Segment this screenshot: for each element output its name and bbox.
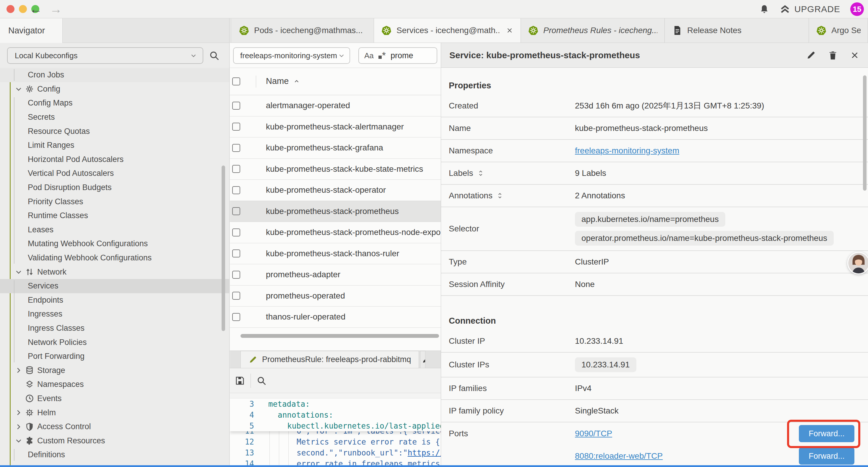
sidebar-item-secrets[interactable]: Secrets — [0, 110, 229, 124]
sidebar-group-access-control[interactable]: Access Control — [0, 420, 229, 434]
service-name: prometheus-adapter — [266, 270, 340, 279]
port-link[interactable]: 9090/TCP — [575, 429, 612, 438]
sidebar-item-validating-webhook-configurations[interactable]: Validating Webhook Configurations — [0, 251, 229, 265]
row-checkbox[interactable] — [232, 271, 240, 279]
row-checkbox[interactable] — [232, 207, 240, 215]
detail-row-label: Annotations — [449, 191, 575, 200]
sidebar-item-label: Secrets — [28, 113, 55, 122]
sidebar-item-vertical-pod-autoscalers[interactable]: Vertical Pod Autoscalers — [0, 167, 229, 181]
service-row[interactable]: thanos-ruler-operated — [230, 307, 441, 328]
row-checkbox[interactable] — [232, 165, 240, 173]
yaml-editor[interactable]: 3 metadata: 4 annotations: 5 kubectl.kub… — [230, 393, 441, 467]
close-tab-icon[interactable] — [506, 27, 514, 34]
port-row: 9090/TCP Forward... — [575, 422, 868, 445]
sidebar-group-custom-resources[interactable]: Custom Resources — [0, 434, 229, 448]
row-checkbox[interactable] — [232, 123, 240, 130]
sidebar-item-config-maps[interactable]: Config Maps — [0, 96, 229, 110]
row-checkbox[interactable] — [232, 102, 240, 110]
expand-collapse-icon[interactable] — [477, 169, 485, 177]
trash-icon[interactable] — [828, 50, 838, 60]
match-case-toggle[interactable]: Aa — [364, 51, 374, 60]
service-row[interactable]: kube-prometheus-stack-kube-state-metrics — [230, 159, 441, 180]
sidebar-item-definitions[interactable]: Definitions — [0, 448, 229, 462]
sidebar-item-network-policies[interactable]: Network Policies — [0, 335, 229, 349]
tab-services[interactable]: Services - icecheng@math... — [374, 18, 521, 42]
sidebar-group-storage[interactable]: Storage — [0, 363, 229, 377]
sidebar-item-priority-classes[interactable]: Priority Classes — [0, 195, 229, 209]
sidebar-item-port-forwarding[interactable]: Port Forwarding — [0, 349, 229, 363]
sidebar-item-resource-quotas[interactable]: Resource Quotas — [0, 124, 229, 138]
sidebar-group-events[interactable]: Events — [0, 391, 229, 406]
row-checkbox[interactable] — [232, 250, 240, 258]
row-checkbox[interactable] — [232, 144, 240, 152]
service-row[interactable]: kube-prometheus-stack-grafana — [230, 138, 441, 159]
search-icon[interactable] — [256, 375, 267, 386]
editor-tab[interactable]: PrometheusRule: freeleaps-prod-rabbitmq — [241, 351, 419, 368]
sidebar-item-pod-disruption-budgets[interactable]: Pod Disruption Budgets — [0, 181, 229, 195]
service-row[interactable]: kube-prometheus-stack-prometheus-node-ex… — [230, 222, 441, 243]
row-checkbox[interactable] — [232, 313, 240, 321]
service-row[interactable]: kube-prometheus-stack-prometheus — [230, 201, 441, 222]
detail-row-value: kube-prometheus-stack-prometheus — [575, 123, 708, 133]
notification-badge[interactable]: 15 — [850, 2, 864, 16]
sidebar-group-network[interactable]: Network — [0, 265, 229, 279]
sort-ascending-icon — [293, 78, 301, 85]
service-row[interactable]: kube-prometheus-stack-alertmanager — [230, 116, 441, 138]
sidebar-item-ingress-classes[interactable]: Ingress Classes — [0, 321, 229, 335]
tab-navigator[interactable]: Navigator — [0, 18, 63, 43]
kubeconfig-selector[interactable]: Local Kubeconfigs — [7, 47, 203, 64]
horizontal-scrollbar[interactable] — [241, 334, 439, 338]
port-link[interactable]: 8080:reloader-web/TCP — [575, 451, 663, 461]
sidebar-item-runtime-classes[interactable]: Runtime Classes — [0, 209, 229, 223]
row-checkbox[interactable] — [232, 292, 240, 300]
row-checkbox[interactable] — [232, 229, 240, 236]
forward-icon[interactable]: → — [50, 2, 62, 16]
tab-argo[interactable]: Argo Se — [809, 18, 868, 42]
sidebar-item-cron-jobs[interactable]: Cron Jobs — [0, 68, 229, 82]
edit-icon[interactable] — [806, 50, 816, 60]
save-icon[interactable] — [235, 375, 245, 386]
bell-icon[interactable] — [759, 4, 770, 14]
sidebar-item-services[interactable]: Services — [0, 279, 229, 293]
regex-toggle-icon[interactable]: * — [378, 52, 386, 59]
sidebar-item-label: Helm — [37, 408, 56, 417]
sidebar-item-limit-ranges[interactable]: Limit Ranges — [0, 138, 229, 152]
sidebar-item-endpoints[interactable]: Endpoints — [0, 293, 229, 308]
tab-pods[interactable]: Pods - icecheng@mathmas... — [231, 18, 374, 42]
editor-tab-partial[interactable] — [420, 351, 426, 368]
filter-input[interactable]: Aa * prome — [359, 47, 437, 64]
detail-row-name: Name kube-prometheus-stack-prometheus — [441, 117, 868, 140]
sidebar-scrollbar[interactable] — [222, 166, 225, 331]
sidebar-item-mutating-webhook-configurations[interactable]: Mutating Webhook Configurations — [0, 237, 229, 251]
name-column-header[interactable]: Name — [266, 76, 301, 86]
close-window-button[interactable] — [6, 5, 14, 13]
sidebar-group-namespaces[interactable]: Namespaces — [0, 377, 229, 391]
search-icon[interactable] — [209, 50, 220, 61]
service-row[interactable]: prometheus-adapter — [230, 264, 441, 286]
code-link[interactable]: https://nete — [408, 448, 441, 457]
forward-button[interactable]: Forward... — [799, 447, 855, 465]
avatar[interactable] — [847, 252, 868, 274]
service-row[interactable]: alertmanager-operated — [230, 95, 441, 116]
sidebar-item-label: Custom Resources — [37, 436, 105, 445]
row-checkbox[interactable] — [232, 186, 240, 194]
select-all-checkbox[interactable] — [232, 78, 240, 85]
service-row[interactable]: kube-prometheus-stack-thanos-ruler — [230, 243, 441, 265]
service-row[interactable]: kube-prometheus-stack-operator — [230, 180, 441, 201]
back-icon[interactable]: ← — [30, 2, 42, 16]
sidebar-group-config[interactable]: Config — [0, 82, 229, 96]
minimize-window-button[interactable] — [19, 5, 27, 13]
tab-prometheus[interactable]: Prometheus Rules - icecheng... — [521, 18, 665, 42]
sidebar-item-horizontal-pod-autoscalers[interactable]: Horizontal Pod Autoscalers — [0, 152, 229, 167]
close-icon[interactable] — [850, 50, 860, 60]
namespace-selector[interactable]: freeleaps-monitoring-system — [233, 47, 350, 64]
detail-scrollbar[interactable] — [863, 76, 867, 191]
sidebar-item-ingresses[interactable]: Ingresses — [0, 307, 229, 321]
expand-collapse-icon[interactable] — [496, 192, 504, 200]
namespace-link[interactable]: freeleaps-monitoring-system — [575, 146, 679, 155]
tab-release[interactable]: Release Notes — [665, 18, 809, 42]
service-row[interactable]: prometheus-operated — [230, 286, 441, 307]
sidebar-item-leases[interactable]: Leases — [0, 223, 229, 237]
sidebar-group-helm[interactable]: Helm — [0, 406, 229, 420]
upgrade-button[interactable]: UPGRADE — [780, 4, 840, 14]
